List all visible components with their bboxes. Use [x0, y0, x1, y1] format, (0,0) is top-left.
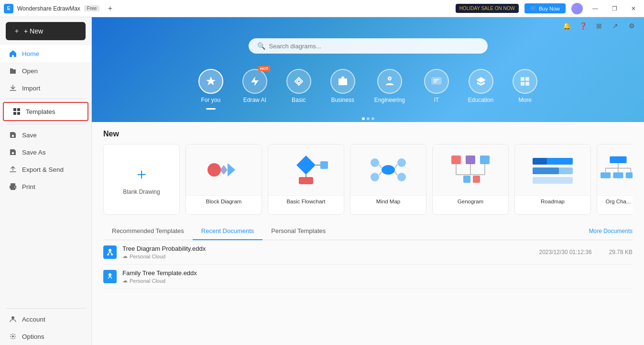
category-education[interactable]: Education [462, 65, 499, 113]
titlebar: E Wondershare EdrawMax Free + HOLIDAY SA… [0, 0, 644, 17]
sidebar-divider-3 [6, 308, 86, 309]
category-engineering[interactable]: Engineering [369, 65, 411, 113]
category-business[interactable]: Business [325, 65, 361, 113]
help-icon[interactable]: ❓ [576, 19, 589, 33]
maximize-button[interactable]: ❐ [608, 2, 621, 15]
doc-icon-family [103, 270, 117, 283]
grid-icon[interactable]: ⊞ [592, 19, 606, 33]
cloud-icon: ☁ [122, 253, 128, 259]
svg-line-67 [110, 276, 112, 278]
buy-now-button[interactable]: 🛒 Buy Now [524, 3, 566, 13]
cart-icon: 🛒 [530, 5, 537, 11]
sidebar-item-home[interactable]: Home [0, 45, 91, 62]
sidebar-item-print[interactable]: Print [0, 178, 91, 195]
template-card-genogram[interactable]: Genogram [432, 144, 509, 215]
svg-marker-11 [297, 79, 301, 83]
svg-rect-45 [473, 176, 480, 183]
engineering-circle [377, 69, 402, 94]
svg-point-28 [382, 165, 395, 175]
svg-rect-3 [17, 112, 20, 115]
education-circle [469, 69, 493, 94]
category-it[interactable]: IT [418, 65, 455, 113]
share-icon[interactable]: ↗ [609, 19, 622, 33]
svg-point-29 [371, 158, 379, 167]
home-icon [9, 49, 17, 58]
svg-line-35 [395, 165, 397, 168]
orgchart-label: Org Cha... [597, 195, 633, 207]
doc-name: Tree Diagram Probability.eddx [122, 245, 534, 252]
svg-point-9 [12, 335, 14, 337]
notification-icon[interactable]: 🔔 [560, 19, 573, 33]
sidebar-item-save[interactable]: Save [0, 126, 91, 144]
svg-rect-13 [343, 80, 345, 82]
svg-rect-49 [533, 158, 547, 165]
svg-line-33 [379, 165, 382, 168]
search-bar[interactable]: 🔍 [249, 38, 488, 54]
indicator-1 [362, 117, 365, 120]
svg-point-20 [207, 163, 221, 177]
svg-rect-19 [525, 82, 529, 86]
genogram-thumb [433, 145, 508, 195]
category-more[interactable]: More [507, 65, 543, 113]
roadmap-label: Roadmap [515, 195, 590, 207]
svg-rect-27 [320, 161, 328, 169]
tab-recommended[interactable]: Recommended Templates [103, 223, 193, 240]
template-card-mindmap[interactable]: Mind Map [350, 144, 426, 215]
category-foryou[interactable]: For you [193, 65, 229, 113]
sidebar-item-account[interactable]: Account [0, 311, 91, 328]
minimize-button[interactable]: — [589, 2, 602, 15]
doc-item-2[interactable]: Family Tree Template.eddx ☁ Personal Clo… [103, 265, 633, 289]
sidebar-item-open[interactable]: Open [0, 62, 91, 79]
search-input[interactable] [269, 43, 479, 50]
svg-rect-57 [600, 172, 611, 178]
category-edrawai[interactable]: HOT Edraw AI [237, 65, 273, 113]
svg-point-30 [371, 173, 379, 181]
doc-name-2: Family Tree Template.eddx [122, 269, 633, 277]
blank-drawing-card[interactable]: ＋ Blank Drawing [103, 144, 180, 215]
svg-point-32 [397, 173, 406, 181]
doc-item[interactable]: Tree Diagram Probability.eddx ☁ Personal… [103, 240, 633, 265]
category-row: For you HOT Edraw AI Basic [111, 65, 625, 113]
new-button[interactable]: ＋ + New [6, 22, 86, 40]
template-card-flowchart[interactable]: Basic Flowchart [268, 144, 344, 215]
tab-recent[interactable]: Recent Documents [193, 223, 263, 240]
sidebar-item-saveas[interactable]: Save As [0, 144, 91, 161]
header-toolbar: 🔔 ❓ ⊞ ↗ ⚙ [92, 17, 644, 34]
svg-point-64 [111, 254, 113, 256]
sidebar-item-export[interactable]: Export & Send [0, 161, 91, 178]
new-tab-button[interactable]: + [103, 2, 117, 15]
template-card-orgchart[interactable]: Org Cha... [597, 144, 633, 215]
avatar[interactable] [571, 3, 583, 14]
template-card-roadmap[interactable]: Roadmap [514, 144, 591, 215]
category-basic[interactable]: Basic [281, 65, 317, 113]
close-button[interactable]: ✕ [627, 2, 640, 15]
doc-list: Tree Diagram Probability.eddx ☁ Personal… [92, 240, 644, 289]
svg-line-66 [108, 276, 110, 278]
template-card-block[interactable]: Block Diagram [186, 144, 262, 215]
titlebar-left: E Wondershare EdrawMax Free + [4, 2, 117, 15]
more-documents-link[interactable]: More Documents [589, 223, 633, 239]
svg-rect-4 [11, 183, 15, 186]
sidebar-item-options[interactable]: Options [0, 328, 91, 345]
sidebar-item-import[interactable]: Import [0, 79, 91, 97]
options-icon [9, 332, 17, 341]
sidebar-bottom: Account Options [0, 306, 91, 345]
tab-personal[interactable]: Personal Templates [262, 223, 334, 240]
new-section-title: New [103, 130, 119, 138]
sidebar: ＋ + New Home Open Import Tem [0, 17, 92, 345]
mindmap-thumb [350, 145, 426, 195]
doc-icon-tree [103, 245, 117, 259]
svg-rect-44 [463, 176, 470, 183]
export-icon [9, 165, 17, 174]
sidebar-item-templates[interactable]: Templates [3, 102, 88, 121]
svg-rect-48 [533, 177, 573, 184]
filter-icon[interactable] [624, 130, 633, 138]
settings-icon[interactable]: ⚙ [625, 19, 638, 33]
block-diagram-thumb [186, 145, 262, 195]
mindmap-label: Mind Map [350, 195, 426, 207]
holiday-sale-button[interactable]: HOLIDAY SALE ON NOW [456, 4, 519, 13]
free-badge: Free [84, 5, 100, 11]
doc-info-2: Family Tree Template.eddx ☁ Personal Clo… [122, 269, 633, 284]
flowchart-label: Basic Flowchart [268, 195, 344, 207]
account-icon [9, 315, 17, 323]
